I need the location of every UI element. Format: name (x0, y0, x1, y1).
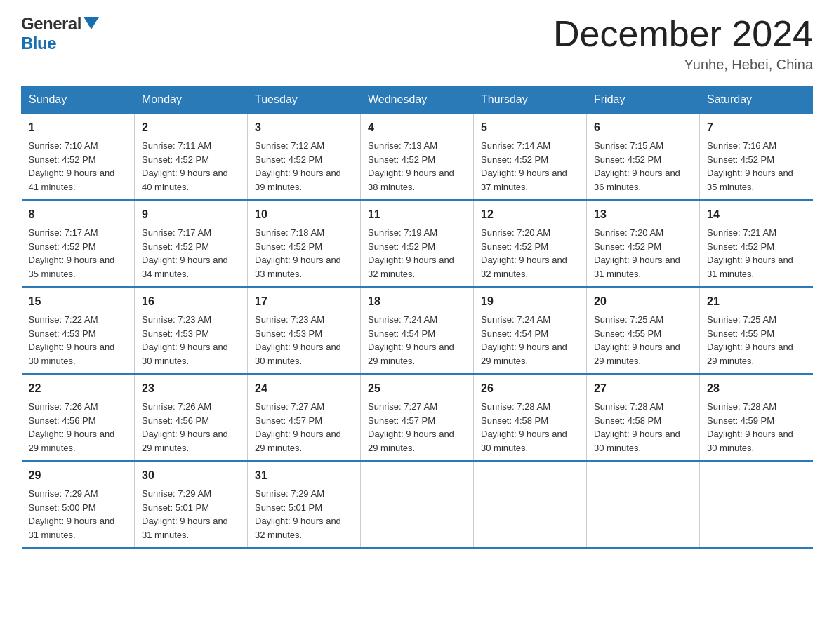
sunset-label: Sunset: 4:54 PM (481, 328, 548, 339)
day-info: Sunrise: 7:20 AM Sunset: 4:52 PM Dayligh… (481, 226, 579, 281)
calendar-week-row: 29 Sunrise: 7:29 AM Sunset: 5:00 PM Dayl… (22, 461, 813, 548)
daylight-label: Daylight: 9 hours and 33 minutes. (255, 255, 341, 279)
day-number: 10 (255, 206, 353, 223)
day-number: 30 (142, 467, 240, 484)
header-tuesday: Tuesday (248, 86, 361, 114)
daylight-label: Daylight: 9 hours and 29 minutes. (142, 429, 228, 453)
daylight-label: Daylight: 9 hours and 29 minutes. (255, 429, 341, 453)
daylight-label: Daylight: 9 hours and 29 minutes. (368, 429, 454, 453)
daylight-label: Daylight: 9 hours and 35 minutes. (29, 255, 115, 279)
sunset-label: Sunset: 4:52 PM (594, 154, 661, 165)
day-number: 19 (481, 293, 579, 310)
sunset-label: Sunset: 4:53 PM (142, 328, 209, 339)
day-number: 27 (594, 380, 692, 397)
sunset-label: Sunset: 4:55 PM (594, 328, 661, 339)
sunset-label: Sunset: 4:54 PM (368, 328, 435, 339)
day-info: Sunrise: 7:16 AM Sunset: 4:52 PM Dayligh… (707, 139, 806, 194)
day-info: Sunrise: 7:23 AM Sunset: 4:53 PM Dayligh… (142, 313, 240, 368)
daylight-label: Daylight: 9 hours and 37 minutes. (481, 168, 567, 192)
day-info: Sunrise: 7:28 AM Sunset: 4:58 PM Dayligh… (594, 400, 692, 455)
sunset-label: Sunset: 4:52 PM (707, 241, 774, 252)
day-number: 15 (29, 293, 128, 310)
day-number: 11 (368, 206, 466, 223)
sunrise-label: Sunrise: 7:29 AM (142, 488, 211, 499)
day-number: 26 (481, 380, 579, 397)
logo-general: General (21, 14, 81, 33)
sunset-label: Sunset: 4:57 PM (255, 415, 322, 426)
sunset-label: Sunset: 4:52 PM (368, 241, 435, 252)
day-number: 14 (707, 206, 806, 223)
sunrise-label: Sunrise: 7:20 AM (481, 227, 550, 238)
logo-triangle-icon (84, 17, 99, 29)
sunrise-label: Sunrise: 7:11 AM (142, 140, 211, 151)
table-row: 18 Sunrise: 7:24 AM Sunset: 4:54 PM Dayl… (361, 287, 474, 374)
daylight-label: Daylight: 9 hours and 30 minutes. (481, 429, 567, 453)
sunset-label: Sunset: 5:00 PM (29, 502, 96, 513)
daylight-label: Daylight: 9 hours and 41 minutes. (29, 168, 115, 192)
table-row: 19 Sunrise: 7:24 AM Sunset: 4:54 PM Dayl… (474, 287, 587, 374)
day-number: 20 (594, 293, 692, 310)
daylight-label: Daylight: 9 hours and 30 minutes. (594, 429, 680, 453)
day-number: 12 (481, 206, 579, 223)
logo-wrap: General Blue (21, 14, 99, 53)
day-info: Sunrise: 7:20 AM Sunset: 4:52 PM Dayligh… (594, 226, 692, 281)
day-info: Sunrise: 7:15 AM Sunset: 4:52 PM Dayligh… (594, 139, 692, 194)
sunset-label: Sunset: 4:52 PM (368, 154, 435, 165)
sunset-label: Sunset: 4:52 PM (29, 241, 96, 252)
day-info: Sunrise: 7:12 AM Sunset: 4:52 PM Dayligh… (255, 139, 353, 194)
daylight-label: Daylight: 9 hours and 30 minutes. (255, 342, 341, 366)
sunset-label: Sunset: 4:56 PM (142, 415, 209, 426)
location: Yunhe, Hebei, China (553, 57, 813, 73)
header-saturday: Saturday (700, 86, 813, 114)
header-sunday: Sunday (22, 86, 135, 114)
sunrise-label: Sunrise: 7:22 AM (29, 314, 98, 325)
day-number: 25 (368, 380, 466, 397)
table-row: 3 Sunrise: 7:12 AM Sunset: 4:52 PM Dayli… (248, 114, 361, 201)
sunrise-label: Sunrise: 7:23 AM (255, 314, 324, 325)
sunrise-label: Sunrise: 7:12 AM (255, 140, 324, 151)
day-info: Sunrise: 7:27 AM Sunset: 4:57 PM Dayligh… (255, 400, 353, 455)
day-number: 31 (255, 467, 353, 484)
day-info: Sunrise: 7:26 AM Sunset: 4:56 PM Dayligh… (142, 400, 240, 455)
day-info: Sunrise: 7:23 AM Sunset: 4:53 PM Dayligh… (255, 313, 353, 368)
table-row (474, 461, 587, 548)
daylight-label: Daylight: 9 hours and 39 minutes. (255, 168, 341, 192)
sunrise-label: Sunrise: 7:28 AM (707, 401, 776, 412)
table-row: 6 Sunrise: 7:15 AM Sunset: 4:52 PM Dayli… (587, 114, 700, 201)
calendar-week-row: 15 Sunrise: 7:22 AM Sunset: 4:53 PM Dayl… (22, 287, 813, 374)
day-info: Sunrise: 7:22 AM Sunset: 4:53 PM Dayligh… (29, 313, 128, 368)
daylight-label: Daylight: 9 hours and 29 minutes. (29, 429, 115, 453)
daylight-label: Daylight: 9 hours and 29 minutes. (594, 342, 680, 366)
calendar-week-row: 22 Sunrise: 7:26 AM Sunset: 4:56 PM Dayl… (22, 374, 813, 461)
calendar-table: Sunday Monday Tuesday Wednesday Thursday… (21, 86, 813, 549)
daylight-label: Daylight: 9 hours and 30 minutes. (707, 429, 793, 453)
sunrise-label: Sunrise: 7:20 AM (594, 227, 663, 238)
day-number: 3 (255, 119, 353, 136)
logo-general-line: General (21, 14, 99, 34)
sunset-label: Sunset: 4:57 PM (368, 415, 435, 426)
day-info: Sunrise: 7:19 AM Sunset: 4:52 PM Dayligh… (368, 226, 466, 281)
daylight-label: Daylight: 9 hours and 30 minutes. (29, 342, 115, 366)
day-info: Sunrise: 7:26 AM Sunset: 4:56 PM Dayligh… (29, 400, 128, 455)
table-row: 25 Sunrise: 7:27 AM Sunset: 4:57 PM Dayl… (361, 374, 474, 461)
day-number: 5 (481, 119, 579, 136)
table-row (361, 461, 474, 548)
table-row: 11 Sunrise: 7:19 AM Sunset: 4:52 PM Dayl… (361, 200, 474, 287)
daylight-label: Daylight: 9 hours and 38 minutes. (368, 168, 454, 192)
day-number: 23 (142, 380, 240, 397)
sunset-label: Sunset: 4:52 PM (142, 154, 209, 165)
day-number: 28 (707, 380, 806, 397)
sunset-label: Sunset: 4:52 PM (481, 241, 548, 252)
sunset-label: Sunset: 4:52 PM (255, 241, 322, 252)
day-number: 13 (594, 206, 692, 223)
sunset-label: Sunset: 4:58 PM (594, 415, 661, 426)
table-row (700, 461, 813, 548)
sunset-label: Sunset: 4:52 PM (142, 241, 209, 252)
day-info: Sunrise: 7:25 AM Sunset: 4:55 PM Dayligh… (594, 313, 692, 368)
day-info: Sunrise: 7:11 AM Sunset: 4:52 PM Dayligh… (142, 139, 240, 194)
logo-text-block: General Blue (21, 14, 99, 53)
sunrise-label: Sunrise: 7:28 AM (481, 401, 550, 412)
sunrise-label: Sunrise: 7:13 AM (368, 140, 437, 151)
sunset-label: Sunset: 4:53 PM (255, 328, 322, 339)
sunrise-label: Sunrise: 7:24 AM (481, 314, 550, 325)
